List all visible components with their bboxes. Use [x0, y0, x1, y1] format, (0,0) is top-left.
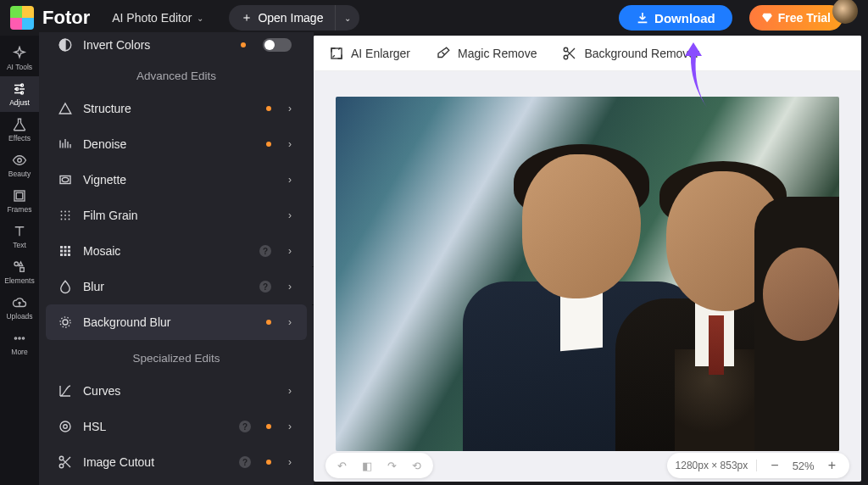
zoom-controls: 1280px × 853px − 52% +	[667, 453, 849, 478]
row-mosaic[interactable]: Mosaic ? ›	[46, 233, 307, 269]
plus-icon: ＋	[241, 10, 253, 25]
mosaic-icon	[58, 243, 73, 259]
flask-icon	[12, 117, 27, 132]
hsl-icon	[58, 419, 73, 434]
svg-rect-27	[64, 250, 67, 253]
shapes-icon	[12, 259, 27, 275]
image-dimensions: 1280px × 853px	[676, 460, 758, 471]
help-icon[interactable]: ?	[259, 281, 271, 293]
rail-more[interactable]: More	[0, 326, 39, 361]
dot-indicator	[266, 460, 271, 465]
svg-point-33	[60, 317, 70, 327]
free-trial-label: Free Trial	[778, 11, 831, 25]
app-header: Fotor AI Photo Editor ⌄ ＋ Open Image ⌄ D…	[0, 0, 868, 36]
svg-rect-25	[68, 246, 70, 248]
help-icon[interactable]: ?	[239, 456, 251, 468]
open-image-menu[interactable]: ⌄	[335, 5, 359, 31]
svg-point-40	[565, 55, 569, 59]
reset-button[interactable]: ⟲	[407, 460, 426, 472]
rail-adjust[interactable]: Adjust	[0, 76, 39, 112]
row-vignette[interactable]: Vignette ›	[46, 162, 307, 198]
frame-icon	[12, 188, 27, 203]
row-film-grain[interactable]: Film Grain ›	[46, 198, 307, 233]
open-image-button[interactable]: ＋ Open Image ⌄	[229, 5, 359, 31]
svg-point-34	[60, 421, 70, 432]
invert-toggle[interactable]	[263, 38, 292, 52]
brand-name: Fotor	[42, 7, 90, 29]
svg-rect-24	[64, 246, 67, 248]
editor-mode-dropdown[interactable]: AI Photo Editor ⌄	[112, 11, 203, 25]
zoom-out-button[interactable]: −	[765, 458, 783, 473]
tool-magic-remove[interactable]: Magic Remove	[436, 46, 537, 61]
section-advanced: Advanced Edits	[39, 58, 314, 91]
svg-point-10	[22, 337, 24, 339]
sparkles-icon	[12, 46, 27, 61]
chevron-right-icon: ›	[288, 138, 292, 150]
chevron-right-icon: ›	[288, 245, 292, 257]
eye-icon	[12, 153, 27, 168]
adjust-panel: Invert Colors Advanced Edits Structure ›…	[39, 32, 314, 485]
dots-icon	[12, 331, 27, 346]
sliders-icon	[12, 81, 27, 97]
svg-point-13	[62, 177, 69, 181]
row-denoise[interactable]: Denoise ›	[46, 126, 307, 162]
rail-text[interactable]: Text	[0, 219, 39, 254]
svg-rect-26	[60, 250, 63, 253]
annotation-arrow	[670, 36, 721, 116]
svg-point-16	[69, 211, 70, 213]
dot-indicator	[266, 320, 271, 325]
svg-point-20	[61, 219, 63, 220]
vignette-icon	[58, 172, 73, 187]
invert-colors-row[interactable]: Invert Colors	[46, 32, 307, 58]
cloud-upload-icon	[12, 295, 27, 310]
invert-label: Invert Colors	[83, 38, 231, 52]
dot-indicator	[241, 42, 246, 47]
row-structure[interactable]: Structure ›	[46, 91, 307, 126]
chevron-right-icon: ›	[288, 103, 292, 114]
zoom-in-button[interactable]: +	[823, 458, 841, 473]
rail-effects[interactable]: Effects	[0, 112, 39, 148]
svg-point-17	[61, 215, 63, 216]
user-avatar[interactable]	[832, 0, 858, 24]
row-image-cutout[interactable]: Image Cutout ? ›	[46, 444, 307, 480]
svg-point-37	[59, 464, 64, 468]
svg-rect-7	[20, 268, 25, 272]
undo-button[interactable]: ↶	[332, 460, 352, 472]
svg-point-6	[14, 262, 19, 266]
compare-button[interactable]: ◧	[357, 460, 377, 472]
download-label: Download	[654, 11, 715, 25]
svg-rect-30	[64, 254, 67, 256]
image-canvas[interactable]	[336, 97, 839, 451]
svg-rect-29	[60, 254, 63, 256]
rail-beauty[interactable]: Beauty	[0, 148, 39, 183]
chevron-right-icon: ›	[288, 281, 292, 293]
editor-mode-label: AI Photo Editor	[112, 11, 192, 25]
row-blur[interactable]: Blur ? ›	[46, 269, 307, 304]
dot-indicator	[266, 106, 271, 111]
svg-rect-28	[68, 250, 70, 253]
chevron-right-icon: ›	[288, 456, 292, 468]
help-icon[interactable]: ?	[239, 421, 251, 432]
row-hsl[interactable]: HSL ? ›	[46, 409, 307, 444]
rail-ai-tools[interactable]: AI Tools	[0, 41, 39, 76]
svg-point-9	[19, 337, 20, 339]
svg-point-39	[565, 47, 569, 52]
rail-elements[interactable]: Elements	[0, 254, 39, 290]
contrast-icon	[58, 37, 73, 53]
text-icon	[12, 224, 27, 239]
chevron-right-icon: ›	[288, 385, 292, 397]
rail-frames[interactable]: Frames	[0, 183, 39, 219]
help-icon[interactable]: ?	[259, 245, 271, 257]
rail-uploads[interactable]: Uploads	[0, 290, 39, 326]
redo-button[interactable]: ↷	[382, 460, 402, 472]
history-controls: ↶ ◧ ↷ ⟲	[326, 453, 433, 478]
download-button[interactable]: Download	[619, 5, 732, 31]
chevron-right-icon: ›	[288, 209, 292, 221]
row-background-blur[interactable]: Background Blur ›	[46, 304, 307, 340]
row-curves[interactable]: Curves ›	[46, 373, 307, 409]
svg-point-22	[69, 219, 70, 220]
tool-ai-enlarger[interactable]: AI Enlarger	[329, 46, 410, 61]
svg-point-32	[63, 320, 68, 325]
free-trial-button[interactable]: Free Trial	[749, 5, 843, 31]
chevron-down-icon: ⌄	[344, 14, 351, 23]
